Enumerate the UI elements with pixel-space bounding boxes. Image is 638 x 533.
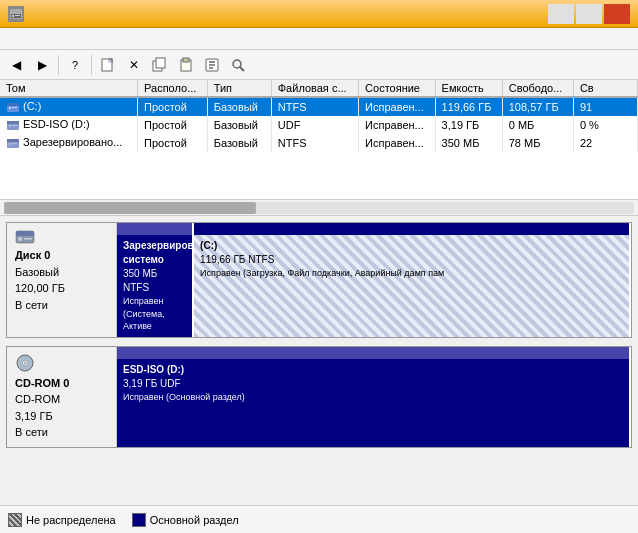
disk-sub2-1: 3,19 ГБ bbox=[15, 408, 108, 425]
legend: Не распределена Основной раздел bbox=[0, 505, 638, 533]
toolbar-search[interactable] bbox=[226, 53, 250, 77]
hscroll-thumb[interactable] bbox=[4, 202, 256, 214]
cell-type: Базовый bbox=[207, 134, 271, 152]
table-row[interactable]: Зарезервировано... Простой Базовый NTFS … bbox=[0, 134, 638, 152]
cell-type: Базовый bbox=[207, 116, 271, 134]
cell-name: (C:) bbox=[0, 97, 138, 116]
partition-size: 119,66 ГБ NTFS bbox=[200, 253, 623, 267]
cell-free-pct: 91 bbox=[573, 97, 637, 116]
toolbar-sep1 bbox=[58, 55, 59, 75]
cell-status: Исправен... bbox=[359, 116, 436, 134]
menu-file[interactable] bbox=[4, 37, 20, 41]
disk-icon-1 bbox=[15, 353, 108, 375]
hscroll-track[interactable] bbox=[4, 202, 634, 214]
svg-rect-29 bbox=[16, 231, 34, 236]
cell-free-pct: 0 % bbox=[573, 116, 637, 134]
col-name[interactable]: Том bbox=[0, 80, 138, 97]
toolbar-forward[interactable]: ▶ bbox=[30, 53, 54, 77]
svg-point-26 bbox=[9, 143, 11, 145]
cell-capacity: 119,66 ГБ bbox=[435, 97, 502, 116]
maximize-button[interactable] bbox=[576, 4, 602, 24]
svg-rect-7 bbox=[156, 58, 165, 68]
menu-view[interactable] bbox=[40, 37, 56, 41]
partition-size: 3,19 ГБ UDF bbox=[123, 377, 623, 391]
toolbar-help[interactable]: ? bbox=[63, 53, 87, 77]
svg-point-30 bbox=[18, 237, 22, 241]
menu-action[interactable] bbox=[22, 37, 38, 41]
col-type[interactable]: Тип bbox=[207, 80, 271, 97]
partition-name: (C:) bbox=[200, 239, 623, 253]
partition-size: 350 МБ NTFS bbox=[123, 267, 186, 295]
horizontal-scrollbar[interactable] bbox=[0, 200, 638, 216]
disk-icon-0 bbox=[15, 229, 108, 247]
partitions-0: Зарезервировано системо 350 МБ NTFS Испр… bbox=[117, 223, 631, 337]
svg-point-14 bbox=[233, 60, 241, 68]
app-icon bbox=[8, 6, 24, 22]
svg-point-34 bbox=[24, 362, 26, 364]
partition-0-1[interactable]: (C:) 119,66 ГБ NTFS Исправен (Загрузка, … bbox=[194, 223, 631, 337]
cell-capacity: 350 МБ bbox=[435, 134, 502, 152]
cell-name: ESD-ISO (D:) bbox=[0, 116, 138, 134]
partition-1-0[interactable]: ESD-ISO (D:) 3,19 ГБ UDF Исправен (Основ… bbox=[117, 347, 631, 447]
legend-unallocated-label: Не распределена bbox=[26, 514, 116, 526]
cell-free: 108,57 ГБ bbox=[502, 97, 573, 116]
cell-status: Исправен... bbox=[359, 134, 436, 152]
main-content: Том Располо... Тип Файловая с... Состоян… bbox=[0, 80, 638, 533]
svg-rect-23 bbox=[12, 125, 17, 126]
cell-location: Простой bbox=[138, 97, 208, 116]
title-controls bbox=[548, 4, 630, 24]
svg-rect-21 bbox=[7, 121, 19, 124]
cell-free: 0 МБ bbox=[502, 116, 573, 134]
toolbar-back[interactable]: ◀ bbox=[4, 53, 28, 77]
table-row[interactable]: (C:) Простой Базовый NTFS Исправен... 11… bbox=[0, 97, 638, 116]
title-bar-left bbox=[8, 6, 30, 22]
partition-status: Исправен (Загрузка, Файл подкачки, Авари… bbox=[200, 267, 623, 280]
menu-help[interactable] bbox=[58, 37, 74, 41]
partition-0-0[interactable]: Зарезервировано системо 350 МБ NTFS Испр… bbox=[117, 223, 194, 337]
toolbar: ◀ ▶ ? ✕ bbox=[0, 50, 638, 80]
disk-area: Диск 0 Базовый 120,00 ГБ В сети Зарезерв… bbox=[0, 216, 638, 505]
col-filesystem[interactable]: Файловая с... bbox=[271, 80, 358, 97]
toolbar-paste[interactable] bbox=[174, 53, 198, 77]
legend-unallocated-box bbox=[8, 513, 22, 527]
cell-filesystem: NTFS bbox=[271, 97, 358, 116]
toolbar-new[interactable] bbox=[96, 53, 120, 77]
svg-rect-3 bbox=[15, 15, 20, 16]
table-row[interactable]: ESD-ISO (D:) Простой Базовый UDF Исправе… bbox=[0, 116, 638, 134]
toolbar-sep2 bbox=[91, 55, 92, 75]
col-status[interactable]: Состояние bbox=[359, 80, 436, 97]
toolbar-delete[interactable]: ✕ bbox=[122, 53, 146, 77]
partition-name: Зарезервировано системо bbox=[123, 239, 186, 267]
svg-point-2 bbox=[12, 14, 14, 16]
cell-location: Простой bbox=[138, 134, 208, 152]
partition-status: Исправен (Основной раздел) bbox=[123, 391, 623, 404]
toolbar-props[interactable] bbox=[200, 53, 224, 77]
col-location[interactable]: Располо... bbox=[138, 80, 208, 97]
svg-rect-31 bbox=[24, 238, 32, 240]
disk-sub1-1: CD-ROM bbox=[15, 391, 108, 408]
minimize-button[interactable] bbox=[548, 4, 574, 24]
cell-name: Зарезервировано... bbox=[0, 134, 138, 152]
disk-title-1: CD-ROM 0 bbox=[15, 375, 108, 392]
cell-filesystem: NTFS bbox=[271, 134, 358, 152]
table-header: Том Располо... Тип Файловая с... Состоян… bbox=[0, 80, 638, 97]
disk-table: Том Располо... Тип Файловая с... Состоян… bbox=[0, 80, 638, 152]
cell-free: 78 МБ bbox=[502, 134, 573, 152]
cell-type: Базовый bbox=[207, 97, 271, 116]
svg-rect-25 bbox=[7, 139, 19, 142]
col-free-pct[interactable]: Св bbox=[573, 80, 637, 97]
svg-point-22 bbox=[9, 125, 11, 127]
svg-rect-17 bbox=[7, 103, 19, 106]
col-capacity[interactable]: Емкость bbox=[435, 80, 502, 97]
cell-status: Исправен... bbox=[359, 97, 436, 116]
partitions-1: ESD-ISO (D:) 3,19 ГБ UDF Исправен (Основ… bbox=[117, 347, 631, 447]
toolbar-copy[interactable] bbox=[148, 53, 172, 77]
legend-unallocated: Не распределена bbox=[8, 513, 116, 527]
menu-bar bbox=[0, 28, 638, 50]
legend-primary: Основной раздел bbox=[132, 513, 239, 527]
disk-sub1-0: Базовый bbox=[15, 264, 108, 281]
col-free[interactable]: Свободо... bbox=[502, 80, 573, 97]
svg-rect-19 bbox=[12, 107, 17, 108]
close-button[interactable] bbox=[604, 4, 630, 24]
cell-capacity: 3,19 ГБ bbox=[435, 116, 502, 134]
